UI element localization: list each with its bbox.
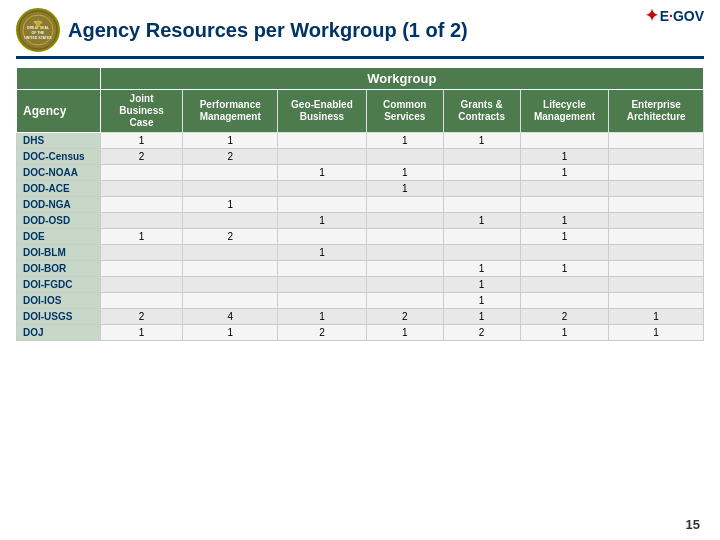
data-cell: 1: [366, 165, 443, 181]
table-row: DOI-BOR11: [17, 261, 704, 277]
page-title: Agency Resources per Workgroup (1 of 2): [68, 19, 468, 42]
data-cell: [100, 197, 183, 213]
agency-cell: DOI-IOS: [17, 293, 101, 309]
data-cell: [443, 245, 520, 261]
data-cell: 1: [609, 309, 704, 325]
data-cell: [443, 165, 520, 181]
table-row: DOI-IOS1: [17, 293, 704, 309]
agency-cell: DHS: [17, 133, 101, 149]
data-cell: 1: [520, 261, 609, 277]
data-cell: 1: [520, 213, 609, 229]
data-cell: 1: [100, 229, 183, 245]
data-cell: [183, 277, 278, 293]
egov-text: E·GOV: [660, 8, 704, 24]
svg-text:UNITED STATES: UNITED STATES: [24, 36, 52, 40]
data-cell: 2: [100, 149, 183, 165]
agency-cell: DOD-OSD: [17, 213, 101, 229]
agency-cell: DOI-BLM: [17, 245, 101, 261]
data-cell: 1: [100, 133, 183, 149]
agency-cell: DOE: [17, 229, 101, 245]
data-cell: [278, 261, 367, 277]
data-cell: [609, 229, 704, 245]
data-cell: 1: [183, 133, 278, 149]
col-header-4: Grants &Contracts: [443, 90, 520, 133]
data-cell: 1: [100, 325, 183, 341]
data-cell: 2: [100, 309, 183, 325]
data-cell: 1: [183, 197, 278, 213]
table-row: DOE121: [17, 229, 704, 245]
data-cell: [520, 181, 609, 197]
data-cell: [183, 181, 278, 197]
table-row: DHS1111: [17, 133, 704, 149]
data-cell: 1: [278, 309, 367, 325]
data-cell: [100, 165, 183, 181]
data-cell: [366, 293, 443, 309]
workgroup-header-cell: Workgroup: [100, 68, 703, 90]
data-cell: [443, 181, 520, 197]
data-cell: [443, 229, 520, 245]
data-cell: 1: [520, 325, 609, 341]
agency-cell: DOC-Census: [17, 149, 101, 165]
data-cell: 1: [183, 325, 278, 341]
agency-cell: DOD-NGA: [17, 197, 101, 213]
data-cell: [609, 165, 704, 181]
data-cell: [100, 245, 183, 261]
table-row: DOD-NGA1: [17, 197, 704, 213]
data-cell: 1: [443, 213, 520, 229]
data-cell: [278, 133, 367, 149]
data-cell: 1: [443, 293, 520, 309]
svg-text:GREAT SEAL: GREAT SEAL: [27, 26, 50, 30]
data-cell: [278, 229, 367, 245]
agency-label: Agency: [17, 90, 101, 133]
data-cell: [443, 149, 520, 165]
main-table-container: Workgroup Agency JointBusinessCase Perfo…: [16, 67, 704, 341]
svg-point-0: [19, 11, 57, 49]
col-header-6: EnterpriseArchitecture: [609, 90, 704, 133]
data-cell: [100, 181, 183, 197]
data-cell: [278, 149, 367, 165]
main-table: Workgroup Agency JointBusinessCase Perfo…: [16, 67, 704, 341]
data-cell: [183, 293, 278, 309]
table-row: DOD-ACE1: [17, 181, 704, 197]
data-cell: [278, 181, 367, 197]
table-row: DOI-USGS2412121: [17, 309, 704, 325]
data-cell: [609, 277, 704, 293]
data-cell: [520, 277, 609, 293]
data-cell: [609, 213, 704, 229]
data-cell: [609, 133, 704, 149]
data-cell: [278, 197, 367, 213]
data-cell: 2: [183, 149, 278, 165]
svg-text:OF THE: OF THE: [32, 31, 45, 35]
data-cell: [183, 165, 278, 181]
data-cell: [278, 293, 367, 309]
data-cell: [366, 229, 443, 245]
table-row: DOC-Census221: [17, 149, 704, 165]
data-cell: 1: [366, 325, 443, 341]
data-cell: [609, 293, 704, 309]
data-cell: [609, 261, 704, 277]
data-cell: 2: [183, 229, 278, 245]
table-row: DOI-FGDC1: [17, 277, 704, 293]
data-cell: [520, 197, 609, 213]
data-cell: [609, 149, 704, 165]
data-cell: 2: [443, 325, 520, 341]
data-cell: [278, 277, 367, 293]
data-cell: [366, 197, 443, 213]
col-header-2: Geo-EnabledBusiness: [278, 90, 367, 133]
table-row: DOD-OSD111: [17, 213, 704, 229]
data-cell: 1: [443, 309, 520, 325]
agency-cell: DOI-BOR: [17, 261, 101, 277]
col-header-1: PerformanceManagement: [183, 90, 278, 133]
data-cell: [100, 277, 183, 293]
data-cell: 1: [278, 165, 367, 181]
data-cell: [366, 261, 443, 277]
data-cell: [100, 213, 183, 229]
data-cell: 1: [278, 213, 367, 229]
agency-cell: DOI-USGS: [17, 309, 101, 325]
data-cell: [520, 133, 609, 149]
header: THE GREAT SEAL OF THE UNITED STATES Agen…: [16, 8, 704, 52]
data-cell: [100, 293, 183, 309]
egov-star-icon: ✦: [645, 6, 658, 25]
data-cell: 1: [520, 149, 609, 165]
data-cell: [366, 149, 443, 165]
